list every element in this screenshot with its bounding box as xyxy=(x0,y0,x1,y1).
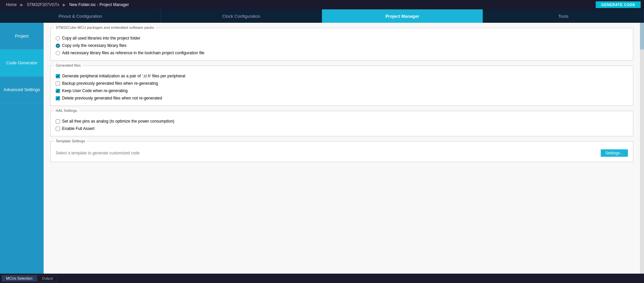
stm32cube-title: STM32Cube MCU packages and embedded soft… xyxy=(54,25,156,29)
breadcrumb-home[interactable]: Home xyxy=(3,2,19,7)
tab-pinout[interactable]: Pinout & Configuration xyxy=(0,9,161,23)
checkbox-item-hal2[interactable]: Enable Full Assert xyxy=(56,126,628,131)
generated-files-checkbox-group: Generate peripheral initialization as a … xyxy=(56,71,628,100)
tab-bar: Pinout & Configuration Clock Configurati… xyxy=(0,9,644,23)
generated-files-title: Generated files xyxy=(54,63,83,67)
generated-files-section: Generated files Generate peripheral init… xyxy=(50,66,633,106)
radio-opt1[interactable] xyxy=(56,36,60,41)
breadcrumb-sep-2: ► xyxy=(62,2,67,7)
checkbox-item-gen4[interactable]: Delete previously generated files when n… xyxy=(56,96,628,100)
sidebar-item-code-generator[interactable]: Code Generator xyxy=(0,50,44,76)
bottom-bar: MCUs Selection Output xyxy=(0,274,644,283)
hal-settings-section: HAL Settings Set all free pins as analog… xyxy=(50,111,633,136)
radio-opt3[interactable] xyxy=(56,51,60,55)
content-area: STM32Cube MCU packages and embedded soft… xyxy=(44,23,640,274)
radio-opt2[interactable] xyxy=(56,44,60,48)
checkbox-item-hal1[interactable]: Set all free pins as analog (to optimize… xyxy=(56,119,628,124)
tab-tools[interactable]: Tools xyxy=(483,9,644,23)
sidebar-item-advanced-settings[interactable]: Advanced Settings xyxy=(0,76,44,103)
breadcrumb-mcu[interactable]: STM32F207VGTx xyxy=(24,2,62,7)
breadcrumb-project[interactable]: New Folder.ioc - Project Manager xyxy=(66,2,131,7)
tab-clock[interactable]: Clock Configuration xyxy=(161,9,322,23)
checkbox-hal2[interactable] xyxy=(56,127,60,131)
checkbox-gen2[interactable] xyxy=(56,81,60,86)
radio-item-opt3[interactable]: Add necessary library files as reference… xyxy=(56,51,628,55)
template-settings-section: Template Settings Select a template to g… xyxy=(50,141,633,162)
radio-item-opt1[interactable]: Copy all used libraries into the project… xyxy=(56,36,628,41)
breadcrumb-sep-1: ► xyxy=(19,2,24,7)
bottom-tab-mcus-selection[interactable]: MCUs Selection xyxy=(2,275,37,282)
checkbox-item-gen3[interactable]: Keep User Code when re-generating xyxy=(56,88,628,93)
radio-item-opt2[interactable]: Copy only the necessary library files xyxy=(56,43,628,48)
hal-settings-title: HAL Settings xyxy=(54,109,79,113)
scrollbar-thumb[interactable] xyxy=(640,23,644,50)
bottom-tab-output[interactable]: Output xyxy=(38,275,57,282)
stm32cube-section: STM32Cube MCU packages and embedded soft… xyxy=(50,28,633,61)
template-settings-title: Template Settings xyxy=(54,139,87,143)
checkbox-item-gen2[interactable]: Backup previously generated files when r… xyxy=(56,81,628,86)
sidebar-spacer xyxy=(0,103,44,274)
checkbox-item-gen1[interactable]: Generate peripheral initialization as a … xyxy=(56,74,628,78)
checkbox-gen1[interactable] xyxy=(56,74,60,78)
sidebar-item-project[interactable]: Project xyxy=(0,23,44,50)
template-placeholder-text: Select a template to generate customized… xyxy=(56,151,140,155)
scrollbar-track[interactable] xyxy=(640,23,644,274)
top-bar: Home ► STM32F207VGTx ► New Folder.ioc - … xyxy=(0,0,644,9)
checkbox-gen3[interactable] xyxy=(56,89,60,93)
checkbox-gen4[interactable] xyxy=(56,96,60,100)
template-row: Select a template to generate customized… xyxy=(56,147,628,157)
sidebar: Project Code Generator Advanced Settings xyxy=(0,23,44,274)
generate-code-button[interactable]: GENERATE CODE xyxy=(596,1,641,8)
tab-project-manager[interactable]: Project Manager xyxy=(322,9,483,23)
stm32cube-radio-group: Copy all used libraries into the project… xyxy=(56,33,628,55)
checkbox-hal1[interactable] xyxy=(56,119,60,124)
settings-button[interactable]: Settings... xyxy=(601,149,628,157)
main-layout: Project Code Generator Advanced Settings… xyxy=(0,23,644,274)
breadcrumb: Home ► STM32F207VGTx ► New Folder.ioc - … xyxy=(3,2,132,7)
hal-settings-checkbox-group: Set all free pins as analog (to optimize… xyxy=(56,116,628,131)
